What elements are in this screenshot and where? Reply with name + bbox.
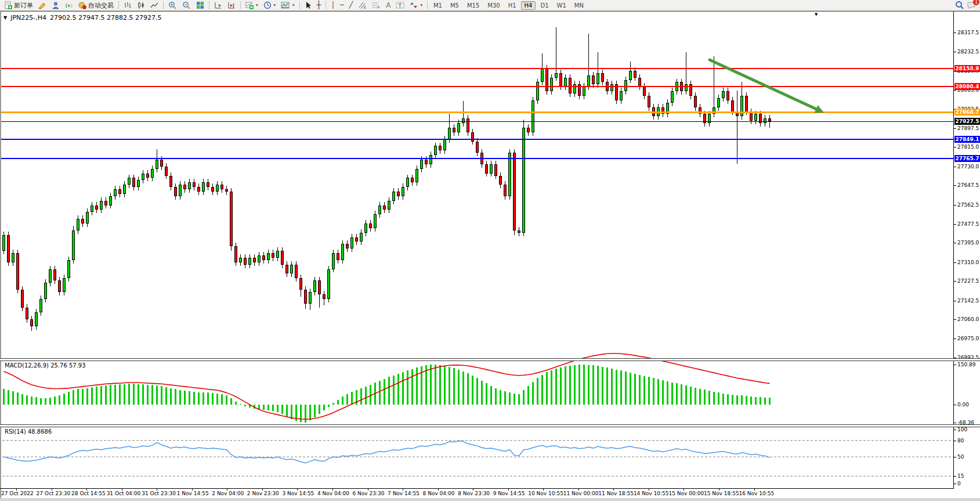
macd-histogram-bar — [133, 384, 135, 405]
candle — [21, 290, 24, 308]
time-axis-label: 14 Nov 10:55 — [634, 491, 669, 496]
candle — [364, 224, 367, 233]
macd-histogram-bar — [509, 392, 511, 405]
candle — [272, 253, 274, 258]
candle — [490, 164, 493, 174]
auto-trading-button[interactable]: 自动交易 — [76, 0, 116, 11]
time-axis-tick — [368, 488, 368, 491]
cursor-tool-button[interactable] — [302, 0, 314, 11]
tab-timeframe-h1[interactable]: H1 — [505, 1, 520, 10]
equidistant-channel-tool-button[interactable]: E — [356, 0, 369, 11]
arrows-tool-button[interactable]: ▾ — [407, 0, 425, 11]
horizontal-line-tool-button[interactable]: ─ — [338, 0, 346, 11]
price-level-line[interactable] — [1, 139, 953, 140]
time-axis-label: 9 Nov 14:55 — [493, 491, 525, 496]
rsi-panel-splitter[interactable] — [0, 424, 980, 427]
line-chart-button[interactable] — [148, 0, 161, 11]
macd-histogram-bar — [397, 374, 399, 405]
tab-timeframe-mn[interactable]: MN — [571, 1, 587, 10]
auto-scroll-button[interactable] — [212, 0, 225, 11]
macd-histogram-bar — [569, 366, 571, 405]
macd-histogram-bar — [486, 383, 487, 405]
new-order-label: 新订单 — [14, 1, 33, 10]
candle — [759, 114, 762, 123]
new-chart-button[interactable]: ▾ — [243, 0, 261, 11]
macd-histogram-bar — [495, 388, 497, 405]
tab-timeframe-m1[interactable]: M1 — [430, 1, 446, 10]
tab-timeframe-h4[interactable]: H4 — [521, 1, 536, 10]
time-axis-label: 16 Nov 10:55 — [739, 491, 775, 496]
horizontal-line-icon: ─ — [340, 2, 344, 8]
tab-timeframe-m30[interactable]: M30 — [484, 1, 503, 10]
tab-timeframe-w1[interactable]: W1 — [554, 1, 570, 10]
zoom-out-icon — [182, 1, 191, 10]
macd-histogram-bar — [184, 391, 186, 405]
periods-button[interactable]: ▾ — [261, 0, 279, 11]
candle — [151, 169, 154, 178]
price-level-line[interactable] — [1, 86, 953, 87]
tab-timeframe-d1[interactable]: D1 — [537, 1, 552, 10]
bar-chart-button[interactable] — [121, 0, 134, 11]
candle — [754, 114, 757, 121]
time-axis-tick — [52, 488, 52, 491]
candle — [471, 132, 474, 142]
tab-timeframe-m15[interactable]: M15 — [464, 1, 483, 10]
new-order-button[interactable]: 新订单 — [2, 0, 35, 11]
trend-arrow-line[interactable] — [710, 60, 816, 109]
zoom-in-icon — [168, 1, 177, 10]
time-axis-label: 11 Nov 18:55 — [598, 491, 634, 496]
text-label-tool-button[interactable]: T — [393, 0, 407, 11]
tile-windows-button[interactable] — [194, 0, 207, 11]
macd-histogram-bar — [179, 390, 181, 405]
chart-shift-button[interactable] — [225, 0, 238, 11]
candle — [132, 178, 135, 187]
candle — [281, 251, 284, 265]
main-toolbar: 新订单 自动交易 — [0, 0, 980, 11]
price-level-line[interactable] — [1, 121, 953, 122]
price-level-line[interactable] — [1, 68, 953, 69]
candle — [142, 174, 144, 181]
cursor-icon — [305, 1, 312, 9]
vertical-line-tool-button[interactable]: │ — [328, 0, 337, 11]
price-level-line[interactable] — [1, 111, 953, 113]
candle — [369, 224, 372, 228]
crosshair-tool-button[interactable]: ┼ — [314, 0, 324, 11]
candle — [522, 128, 525, 233]
indicators-button[interactable]: ▾ — [279, 0, 297, 11]
macd-histogram-bar — [732, 395, 733, 405]
candle — [304, 290, 307, 304]
macd-histogram-bar — [26, 395, 28, 405]
candlestick-chart-button[interactable] — [135, 0, 147, 11]
candle — [420, 160, 423, 169]
chart-shift-marker[interactable]: ▼ — [815, 12, 818, 17]
macd-panel-splitter[interactable] — [0, 358, 980, 361]
macd-histogram-bar — [119, 384, 121, 405]
search-icon[interactable] — [955, 1, 964, 10]
styles-button[interactable] — [36, 0, 49, 11]
fibonacci-tool-button[interactable]: F — [370, 0, 383, 11]
symbol-dropdown-icon[interactable]: ▼ — [3, 15, 7, 20]
signals-button[interactable] — [63, 0, 75, 11]
candle — [44, 283, 47, 298]
trendline-tool-button[interactable]: ╱ — [347, 0, 356, 11]
macd-histogram-bar — [105, 385, 107, 405]
candle — [750, 112, 753, 121]
candle — [53, 269, 56, 281]
tab-timeframe-m5[interactable]: M5 — [447, 1, 462, 10]
macd-histogram-bar — [616, 370, 617, 405]
chart-ohlc-info: ▼ JPN225-,H4 27902.5 27947.5 27882.5 279… — [3, 14, 161, 21]
macd-histogram-bar — [500, 390, 501, 405]
macd-histogram-bar — [421, 366, 422, 405]
zoom-out-button[interactable] — [180, 0, 193, 11]
price-level-line[interactable] — [1, 158, 953, 159]
macd-histogram-bar — [643, 376, 645, 405]
text-tool-button[interactable]: A — [384, 0, 393, 11]
candle — [169, 176, 172, 188]
price-tick-label: 28317.5 — [957, 30, 979, 35]
zoom-in-button[interactable] — [166, 0, 179, 11]
chart-layer: ▼ JPN225-,H4 27902.5 27947.5 27882.5 279… — [0, 0, 980, 501]
macd-histogram-bar — [602, 367, 603, 405]
auto-trading-icon — [78, 1, 86, 9]
expert-advisors-button[interactable] — [49, 0, 62, 11]
notifications-button[interactable]: 1 — [967, 1, 977, 10]
